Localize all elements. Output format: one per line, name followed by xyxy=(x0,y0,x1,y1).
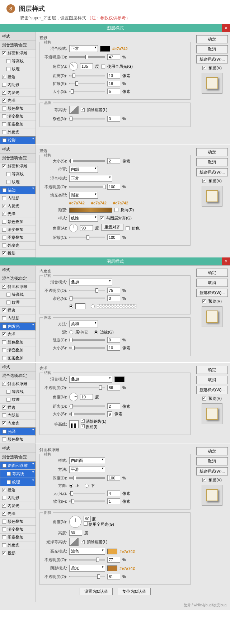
spread-slider[interactable] xyxy=(69,83,105,84)
sidebar-item-stroke[interactable]: 描边 xyxy=(0,186,36,194)
step-header: 3 图层样式 双击"super_2"图层，设置图层样式 （注：参数仅供参考） xyxy=(0,0,230,24)
distance-slider[interactable] xyxy=(69,75,105,76)
sidebar-blend-options[interactable]: 混合选项:自定 xyxy=(0,41,36,49)
sidebar-item-satin[interactable]: 光泽 xyxy=(0,97,36,105)
sidebar-item-gradient-overlay[interactable]: 渐变叠加 xyxy=(0,113,36,120)
opacity-slider[interactable] xyxy=(69,56,105,58)
footer-credit: 繁芳 / while有bugif改完bug xyxy=(0,602,230,610)
gradient-radio[interactable] xyxy=(91,304,95,308)
dialog-titlebar: 图层样式 × xyxy=(0,24,230,32)
sidebar-item-contour[interactable]: 等高线 xyxy=(0,57,36,65)
angle-dial[interactable] xyxy=(69,62,78,71)
sidebar-item-inner-glow[interactable]: 内发光 xyxy=(0,322,36,331)
sidebar-item-inner-shadow[interactable]: 内阴影 xyxy=(0,81,36,89)
close-icon[interactable]: × xyxy=(222,257,230,265)
set-default-button[interactable]: 设置为默认值 xyxy=(80,588,113,595)
close-icon[interactable]: × xyxy=(222,24,230,32)
contour-picker[interactable] xyxy=(69,106,79,114)
sidebar-item-drop-shadow[interactable]: 投影 xyxy=(0,136,36,145)
antialias-checkbox[interactable] xyxy=(81,108,85,112)
sidebar-head-style[interactable]: 样式 xyxy=(0,32,36,41)
global-light-checkbox[interactable] xyxy=(101,65,105,68)
ok-button[interactable]: 确定 xyxy=(196,35,228,43)
sidebar-item-inner-glow[interactable]: 内发光 xyxy=(0,89,36,97)
sidebar-item-bevel[interactable]: 斜面和浮雕 xyxy=(0,461,36,470)
distance-input[interactable]: 13 xyxy=(107,73,120,79)
new-style-button[interactable]: 新建样式(W)... xyxy=(196,55,228,63)
step-subtitle: 双击"super_2"图层，设置图层样式 （注：参数仅供参考） xyxy=(20,15,224,21)
size-input[interactable]: 5 xyxy=(107,89,120,94)
color-swatch[interactable] xyxy=(100,46,110,52)
size-slider[interactable] xyxy=(69,91,105,92)
angle-input[interactable]: 135 xyxy=(80,63,93,69)
step-title: 图层样式 xyxy=(19,5,45,12)
sidebar-item-stroke[interactable]: 描边 xyxy=(0,73,36,81)
sidebar-item-color-overlay[interactable]: 颜色叠加 xyxy=(0,105,36,113)
sidebar-item-pattern-overlay[interactable]: 图案叠加 xyxy=(0,120,36,128)
section-title: 投影 xyxy=(39,35,191,41)
spread-input[interactable]: 18 xyxy=(107,81,120,86)
sidebar-item-bevel[interactable]: 斜面和浮雕 xyxy=(0,49,36,57)
color-radio[interactable] xyxy=(69,304,73,308)
noise-input[interactable]: 0 xyxy=(107,116,120,122)
style-sidebar: 样式 混合选项:自定 斜面和浮雕 等高线 纹理 描边 内阴影 内发光 光泽 颜色… xyxy=(0,32,36,145)
contour-picker[interactable] xyxy=(69,420,79,428)
sidebar-item-satin[interactable]: 光泽 xyxy=(0,427,36,436)
cancel-button[interactable]: 取消 xyxy=(196,45,228,53)
sidebar-item-texture[interactable]: 纹理 xyxy=(0,65,36,73)
blend-mode-select[interactable]: 正常 xyxy=(69,45,98,52)
gradient-picker[interactable] xyxy=(69,208,112,213)
opacity-input[interactable]: 47 xyxy=(107,54,120,60)
preview-checkbox[interactable] xyxy=(202,66,206,70)
noise-slider[interactable] xyxy=(69,118,105,119)
step-number: 3 xyxy=(6,4,15,13)
preview-thumbnail xyxy=(202,73,222,94)
sidebar-item-outer-glow[interactable]: 外发光 xyxy=(0,128,36,136)
reset-default-button[interactable]: 复位为默认值 xyxy=(118,588,151,595)
